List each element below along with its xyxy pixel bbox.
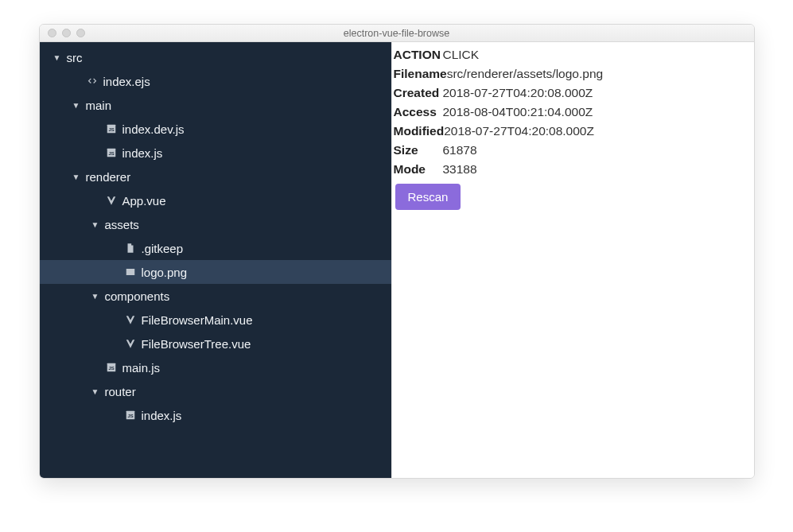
tree-node[interactable]: App.vue: [40, 188, 391, 212]
detail-row: ACTIONCLICK: [394, 45, 754, 64]
tree-node[interactable]: index.ejs: [40, 69, 391, 93]
detail-row: Modified2018-07-27T04:20:08.000Z: [394, 122, 754, 141]
titlebar: electron-vue-file-browse: [40, 25, 754, 42]
detail-row: Size61878: [394, 141, 754, 160]
tree-node-label: index.dev.js: [122, 122, 185, 136]
tree-node-label: src: [67, 51, 83, 64]
tree-node-label: assets: [105, 218, 139, 231]
close-icon[interactable]: [48, 29, 56, 37]
chevron-down-icon[interactable]: ▼: [91, 292, 100, 301]
tree-node[interactable]: ▼assets: [40, 212, 391, 236]
detail-key: Created: [394, 83, 443, 103]
detail-key: Access: [394, 103, 443, 122]
svg-text:JS: JS: [127, 414, 133, 418]
chevron-down-icon[interactable]: ▼: [91, 387, 100, 396]
detail-value: 33188: [443, 160, 477, 179]
detail-row: Mode33188: [394, 160, 754, 179]
chevron-down-icon[interactable]: ▼: [72, 101, 81, 110]
traffic-lights: [40, 29, 85, 37]
tree-node[interactable]: ▼renderer: [40, 165, 391, 188]
detail-value: 2018-07-27T04:20:08.000Z: [443, 83, 593, 103]
code-icon: [86, 76, 99, 87]
detail-row: Access2018-08-04T00:21:04.000Z: [394, 103, 754, 122]
chevron-down-icon[interactable]: ▼: [72, 173, 81, 181]
detail-value: 61878: [443, 141, 477, 160]
window-title: electron-vue-file-browse: [40, 28, 754, 39]
js-icon: JS: [124, 410, 137, 421]
file-tree: ▼srcindex.ejs▼mainJSindex.dev.jsJSindex.…: [40, 42, 391, 478]
rescan-button[interactable]: Rescan: [395, 184, 461, 210]
svg-text:JS: JS: [108, 151, 114, 156]
tree-node[interactable]: FileBrowserMain.vue: [40, 308, 391, 332]
detail-value: 2018-08-04T00:21:04.000Z: [443, 103, 593, 122]
detail-row: Filenamesrc/renderer/assets/logo.png: [394, 64, 754, 83]
app-window: electron-vue-file-browse ▼srcindex.ejs▼m…: [39, 24, 755, 479]
tree-node-label: .gitkeep: [142, 242, 184, 255]
vue-icon: [124, 338, 137, 349]
detail-key: Modified: [394, 122, 445, 141]
tree-node[interactable]: .gitkeep: [40, 236, 391, 260]
tree-node-label: logo.png: [142, 266, 188, 279]
details-panel: ACTIONCLICKFilenamesrc/renderer/assets/l…: [391, 42, 754, 478]
tree-node[interactable]: ▼router: [40, 379, 391, 403]
detail-key: Mode: [394, 160, 443, 179]
tree-node-label: components: [105, 289, 170, 303]
js-icon: JS: [105, 123, 118, 134]
detail-key: Filename: [394, 64, 447, 83]
tree-node-label: index.js: [142, 409, 182, 422]
tree-node-label: FileBrowserMain.vue: [142, 313, 253, 327]
tree-node-label: main: [86, 99, 112, 112]
image-icon: [124, 266, 137, 278]
tree-node[interactable]: ▼components: [40, 284, 391, 308]
tree-node-label: main.js: [122, 361, 161, 375]
tree-node-label: FileBrowserTree.vue: [142, 337, 251, 351]
detail-value: CLICK: [443, 45, 480, 64]
tree-node-label: renderer: [86, 170, 131, 184]
vue-icon: [105, 195, 118, 206]
tree-node[interactable]: ▼main: [40, 93, 391, 117]
js-icon: JS: [105, 362, 118, 373]
minimize-icon[interactable]: [62, 29, 71, 37]
tree-node[interactable]: ▼src: [40, 45, 391, 69]
svg-text:JS: JS: [108, 366, 114, 371]
tree-node-label: router: [105, 385, 136, 398]
detail-key: Size: [394, 141, 443, 160]
vue-icon: [124, 314, 137, 325]
detail-key: ACTION: [394, 45, 443, 64]
file-icon: [124, 243, 137, 254]
tree-node[interactable]: JSindex.js: [40, 141, 391, 165]
svg-text:JS: JS: [108, 127, 114, 132]
tree-node[interactable]: FileBrowserTree.vue: [40, 332, 391, 355]
tree-node[interactable]: JSmain.js: [40, 355, 391, 379]
svg-point-4: [127, 270, 129, 271]
chevron-down-icon[interactable]: ▼: [52, 53, 62, 62]
tree-node[interactable]: logo.png: [40, 260, 391, 284]
tree-node[interactable]: JSindex.js: [40, 403, 391, 427]
detail-value: 2018-07-27T04:20:08.000Z: [444, 122, 594, 141]
tree-node-label: index.js: [122, 146, 163, 160]
js-icon: JS: [105, 147, 118, 158]
content: ▼srcindex.ejs▼mainJSindex.dev.jsJSindex.…: [40, 42, 754, 478]
detail-row: Created2018-07-27T04:20:08.000Z: [394, 83, 754, 103]
detail-value: src/renderer/assets/logo.png: [447, 64, 603, 83]
zoom-icon[interactable]: [76, 29, 85, 37]
tree-node[interactable]: JSindex.dev.js: [40, 117, 391, 141]
tree-node-label: index.ejs: [103, 75, 150, 88]
tree-node-label: App.vue: [122, 194, 166, 208]
chevron-down-icon[interactable]: ▼: [91, 220, 100, 229]
